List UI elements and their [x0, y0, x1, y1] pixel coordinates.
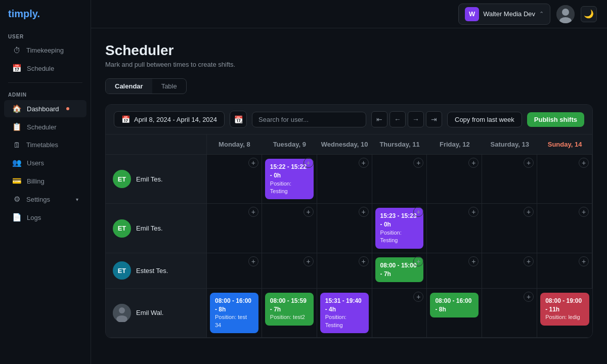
shift-block[interactable]: 08:00 - 16:00 - 8h Position: test 34	[210, 293, 258, 333]
add-shift-button[interactable]: +	[468, 158, 479, 168]
add-shift-button[interactable]: +	[413, 158, 423, 168]
add-shift-button[interactable]: +	[359, 207, 369, 217]
sidebar-item-timekeeping[interactable]: ⏱ Timekeeping	[4, 42, 86, 59]
add-shift-button[interactable]: +	[248, 256, 258, 266]
grid-cell-row4-tue: 08:00 - 15:59 - 7h Position: test2	[262, 289, 317, 338]
grid-header-thu: Thursday, 11	[372, 134, 427, 155]
publish-shifts-button[interactable]: Publish shifts	[527, 112, 584, 127]
add-shift-button[interactable]: +	[248, 207, 258, 217]
grid-header-fri: Friday, 12	[427, 134, 482, 155]
billing-icon: 💳	[12, 176, 22, 186]
tab-table[interactable]: Table	[152, 79, 186, 94]
org-selector[interactable]: W Walter Media Dev ⌃	[458, 4, 550, 25]
grid-cell-row3-thu: + 08:00 - 15:00 - 7h	[372, 253, 427, 289]
sidebar-section-user: USER	[0, 30, 91, 41]
user-name: Estest Tes.	[136, 267, 168, 275]
sidebar-item-users[interactable]: 👥 Users	[4, 154, 86, 171]
sidebar-item-schedule[interactable]: 📅 Schedule	[4, 60, 86, 77]
sidebar-item-timetables[interactable]: 🗓 Timetables	[4, 136, 86, 153]
add-shift-button[interactable]: +	[524, 207, 534, 217]
grid-header-user-col	[106, 134, 207, 155]
grid-header-wed: Wednesday, 10	[317, 134, 372, 155]
add-shift-button[interactable]: +	[579, 207, 589, 217]
nav-first-button[interactable]: ⇤	[371, 111, 387, 127]
add-shift-button[interactable]: +	[304, 256, 314, 266]
shift-position: Position: Testing	[380, 229, 419, 245]
add-shift-button[interactable]: +	[579, 256, 589, 266]
nav-next-button[interactable]: →	[408, 111, 424, 127]
shift-position: Position: ledig	[545, 313, 584, 321]
sidebar-item-label: Scheduler	[27, 123, 57, 131]
shift-position: Position: test2	[270, 313, 309, 321]
add-shift-button[interactable]: +	[359, 256, 369, 266]
shift-time: 08:00 - 15:59 - 7h	[270, 297, 309, 314]
avatar: ET	[113, 261, 131, 280]
grid-cell-row3-sun: +	[537, 253, 592, 289]
sidebar-item-billing[interactable]: 💳 Billing	[4, 172, 86, 190]
page-subtitle: Mark and pull between times to create sh…	[105, 61, 593, 68]
user-name: Emil Tes.	[136, 175, 163, 183]
add-shift-button[interactable]: +	[248, 158, 258, 168]
shift-position: Position: Testing	[270, 180, 309, 196]
add-shift-button[interactable]: +	[359, 158, 369, 168]
view-tabs: Calendar Table	[105, 78, 187, 94]
add-shift-button[interactable]: +	[468, 256, 479, 266]
logo-accent: ply.	[23, 8, 40, 19]
grid-user-row-2: ET Emil Tes.	[106, 204, 207, 253]
shift-time: 08:00 - 16:00 - 8h	[435, 297, 473, 314]
scheduler-icon: 📋	[12, 122, 22, 131]
add-shift-button[interactable]: +	[304, 207, 314, 217]
grid-cell-row4-mon: 08:00 - 16:00 - 8h Position: test 34	[207, 289, 262, 338]
shift-block[interactable]: 08:00 - 19:00 - 11h Position: ledig	[540, 293, 589, 326]
sidebar-item-label: Logs	[27, 214, 41, 221]
shift-position: Position: Testing	[325, 313, 364, 329]
svg-point-4	[119, 307, 125, 313]
date-range-text: April 8, 2024 - April 14, 2024	[134, 116, 217, 123]
shift-time: 15:31 - 19:40 - 4h	[325, 297, 364, 314]
settings-icon: ⚙	[12, 195, 21, 204]
nav-prev-button[interactable]: ←	[389, 111, 406, 127]
sidebar: timply. USER ⏱ Timekeeping 📅 Schedule AD…	[0, 0, 91, 364]
shift-time: 08:00 - 19:00 - 11h	[545, 297, 584, 314]
grid-header-mon: Monday, 8	[207, 134, 262, 155]
tab-calendar[interactable]: Calendar	[106, 79, 152, 94]
grid-cell-row3-tue: +	[262, 253, 317, 289]
add-shift-button[interactable]: +	[524, 256, 534, 266]
copy-from-last-week-button[interactable]: Copy from last week	[447, 112, 522, 127]
shift-block[interactable]: 15:31 - 19:40 - 4h Position: Testing	[320, 293, 369, 333]
user-avatar[interactable]	[556, 5, 575, 23]
grid-user-row-4: Emil Wal.	[106, 289, 207, 338]
grid-cell-row3-mon: +	[207, 253, 262, 289]
sidebar-item-settings[interactable]: ⚙ Settings ▾	[4, 191, 86, 208]
date-picker-button[interactable]: 📆	[230, 111, 247, 128]
add-shift-button[interactable]: +	[413, 292, 423, 302]
sidebar-item-dashboard[interactable]: 🏠 Dashboard	[4, 100, 86, 117]
org-avatar: W	[465, 7, 479, 21]
grid-cell-row2-mon: +	[207, 204, 262, 253]
add-shift-button[interactable]: +	[524, 158, 534, 168]
page-content: Scheduler Mark and pull between times to…	[91, 28, 607, 364]
date-range-button[interactable]: 📅 April 8, 2024 - April 14, 2024	[114, 111, 225, 127]
grid-cell-row2-tue: +	[262, 204, 317, 253]
timetables-icon: 🗓	[12, 141, 21, 149]
grid-cell-row3-wed: +	[317, 253, 372, 289]
add-shift-button[interactable]: +	[468, 207, 479, 217]
shift-time: 15:22 - 15:22 - 0h	[270, 163, 309, 180]
scheduler: 📅 April 8, 2024 - April 14, 2024 📆 ⇤ ← →…	[105, 104, 593, 338]
shift-block[interactable]: 08:00 - 16:00 - 8h	[430, 293, 479, 318]
sidebar-item-logs[interactable]: 📄 Logs	[4, 209, 86, 226]
topbar: W Walter Media Dev ⌃ 🌙	[91, 0, 607, 28]
clock-icon: ⏱	[12, 46, 21, 55]
nav-group: ⇤ ← → ⇥	[371, 111, 442, 127]
chevron-down-icon: ⌃	[539, 11, 544, 17]
grid-cell-row3-sat: +	[482, 253, 537, 289]
sidebar-item-scheduler[interactable]: 📋 Scheduler	[4, 118, 86, 135]
nav-last-button[interactable]: ⇥	[426, 111, 442, 127]
user-name: Emil Tes.	[136, 224, 163, 232]
shift-block[interactable]: 08:00 - 15:59 - 7h Position: test2	[265, 293, 314, 326]
add-shift-button[interactable]: +	[304, 158, 314, 168]
add-shift-button[interactable]: +	[579, 158, 589, 168]
search-input[interactable]	[252, 112, 366, 127]
dark-mode-toggle[interactable]: 🌙	[581, 6, 597, 22]
add-shift-button[interactable]: +	[524, 292, 534, 302]
